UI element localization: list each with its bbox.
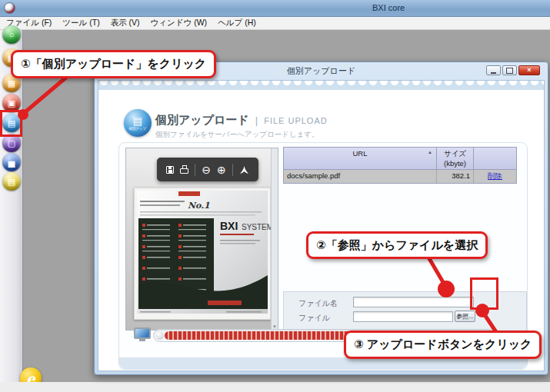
table-row: docs/sample.pdf 382.1 削除	[284, 169, 516, 183]
cell-url: docs/sample.pdf	[284, 170, 437, 183]
taskbar-strip	[0, 382, 550, 392]
globe-icon[interactable]: ○	[2, 25, 21, 44]
callout-step3: ③ アップロードボタンをクリック	[344, 331, 542, 359]
cell-size: 382.1	[437, 170, 474, 183]
scallop-border	[98, 81, 544, 90]
callout-step1: ①「個別アップロード」をクリック	[11, 50, 216, 78]
column-url[interactable]: URL▲	[284, 148, 437, 169]
dialog-client: ▤ 個別アップ 個別アップロード | FILE UPLOAD 個別ファイルをサー…	[98, 80, 545, 371]
document-icon[interactable]: ▤	[2, 172, 21, 191]
file-input[interactable]	[353, 311, 453, 322]
svg-text:BXI: BXI	[220, 220, 238, 232]
pdf-page-thumbnail: No.1	[134, 188, 271, 320]
table-header: URL▲ サイズ(kbyte)	[284, 148, 516, 169]
page-title: 個別アップロード	[155, 113, 249, 128]
page-subtitle: FILE UPLOAD	[264, 116, 328, 125]
pdf-preview-pane: No.1	[125, 148, 278, 331]
app-titlebar: BXI core	[0, 0, 550, 17]
app-title: BXI core	[372, 3, 405, 12]
column-action	[474, 148, 516, 169]
sort-icon: ▲	[428, 150, 432, 154]
svg-text:No.1: No.1	[188, 201, 210, 211]
upload-header-icon: ▤ 個別アップ	[124, 109, 152, 137]
screen: BXI core ファイル (F) ツール (T) 表示 (V) ウィンドウ (…	[0, 0, 550, 392]
file-name-input[interactable]	[353, 297, 474, 307]
acrobat-icon[interactable]	[239, 164, 249, 174]
highlight-upload-button	[470, 277, 498, 310]
uploaded-files-table: URL▲ サイズ(kbyte) docs/sample.pdf 382.1 削除	[283, 147, 517, 184]
preview-scrollbar[interactable]: ▼	[271, 148, 278, 330]
dialog-title: 個別アップロード	[287, 65, 355, 77]
page-description: 個別ファイルをサーバーへアップロードします。	[155, 130, 319, 140]
column-size[interactable]: サイズ(kbyte)	[437, 148, 474, 169]
svg-text:SYSTEM: SYSTEM	[242, 223, 271, 231]
chart-icon[interactable]: ▅	[2, 153, 21, 171]
pdf-toolbar: ⊖ ⊕	[157, 158, 258, 181]
browse-button[interactable]: 参照...	[455, 311, 475, 322]
menu-window[interactable]: ウィンドウ (W)	[151, 18, 208, 28]
zoom-in-icon[interactable]: ⊕	[217, 164, 226, 175]
menu-tools[interactable]: ツール (T)	[62, 18, 99, 28]
menubar: ファイル (F) ツール (T) 表示 (V) ウィンドウ (W) ヘルプ (H…	[0, 17, 550, 30]
menu-view[interactable]: 表示 (V)	[111, 18, 140, 28]
close-button[interactable]: ×	[518, 65, 540, 75]
menu-help[interactable]: ヘルプ (H)	[218, 18, 256, 28]
file-label: ファイル	[298, 313, 330, 324]
zoom-out-icon[interactable]: ⊖	[202, 164, 211, 175]
maximize-button[interactable]	[502, 65, 517, 75]
file-name-label: ファイル名	[298, 298, 338, 309]
save-icon[interactable]	[166, 166, 174, 174]
app-logo-icon	[4, 2, 15, 14]
print-icon[interactable]	[180, 168, 188, 174]
title-divider: |	[255, 115, 258, 126]
progress-knob	[155, 331, 164, 340]
callout-step2: ②「参照」からファイルを選択	[306, 231, 488, 259]
panel-footer-band	[119, 357, 527, 369]
delete-link[interactable]: 削除	[488, 171, 502, 180]
upload-dialog: 個別アップロード × ▤ 個別アップ 個別アップロード | FILE UPLOA…	[94, 61, 548, 375]
computer-icon	[134, 327, 151, 339]
minimize-button[interactable]	[486, 65, 501, 75]
highlight-sidebar-icon	[0, 110, 22, 137]
